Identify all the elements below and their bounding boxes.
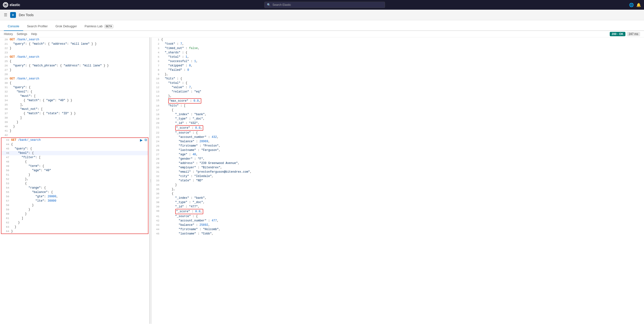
editor-line: 56 "gte": 20000, [2,194,148,199]
output-panel: 1 { 2 "took" : 7, 3 "timed_out" : false,… [152,38,644,324]
output-line: 17 { [152,108,644,112]
output-line: 40 "_score" : 0.0, [152,209,644,214]
help-link[interactable]: Help [31,32,37,36]
settings-link[interactable]: Settings [17,32,27,36]
editor-line: 53 { [2,181,148,186]
output-line: 2 "took" : 7, [152,42,644,46]
editor-line: 51 } [2,173,148,177]
editor-line: 46 "bool": { [2,151,148,155]
editor-line: 20 GET /bank/_search [0,38,150,42]
editor-line: 54 "range": { [2,186,148,190]
editor-line: 57 "lte": 30000 [2,199,148,203]
output-line: 33 "state" : "ND" [152,178,644,183]
editor-line: 24 GET /bank/_search [0,55,150,59]
devtools-bar: ☰ D Dev Tools [0,10,644,20]
editor-line: 36 "must_not": [ [0,107,150,111]
output-line: 38 "_type" : "_doc", [152,200,644,205]
top-navigation-bar: elastic 🔍 Search Elastic 🌐 🔔 [0,0,644,10]
secondary-bar: History Settings Help 200 - OK 247 ms [0,31,644,38]
editor-line: 25 { [0,59,150,64]
output-line: 36 { [152,191,644,196]
search-placeholder: Search Elastic [272,3,291,7]
output-line: 43 "balance" : 25892, [152,223,644,227]
output-line: 41 "_source" : { [152,214,644,218]
output-line: 4 "_shards" : { [152,51,644,55]
output-line: 24 "balance" : 28969, [152,139,644,144]
output-line: 35 }, [152,187,644,191]
response-time-badge: 247 ms [627,32,640,36]
output-line: 32 "city" : "Idledale", [152,174,644,178]
main-content: 20 GET /bank/_search 21 "query": { "matc… [0,38,644,324]
globe-icon[interactable]: 🌐 [629,3,634,7]
output-line: 21 "_score" : 0.0, [152,125,644,131]
output-line: 16 "hits" : [ [152,104,644,108]
editor-line: 23 [0,51,150,55]
global-search-bar[interactable]: 🔍 Search Elastic [264,2,385,8]
search-icon: 🔍 [267,3,270,7]
status-area: 200 - OK 247 ms [610,32,640,36]
editor-panel[interactable]: 20 GET /bank/_search 21 "query": { "matc… [0,38,150,324]
editor-line: 43 GET /bank/_search [2,138,148,142]
output-line: 19 "_type" : "_doc", [152,117,644,121]
output-line: 28 "gender" : "F", [152,157,644,161]
output-line: 11 "total" : { [152,81,644,85]
editor-line: 64 } [2,229,148,233]
status-code-badge: 200 - OK [610,32,626,36]
selected-query-block: ▶ ⧉ 43 GET /bank/_search 44 { 45 "query"… [1,137,148,234]
history-link[interactable]: History [4,32,13,36]
top-bar-right: 🌐 🔔 [629,3,641,7]
editor-line: 40 } [0,124,150,129]
output-line: 20 "_id" : "432", [152,121,644,125]
editor-line: 42 [0,133,150,137]
output-line: 7 "skipped" : 0, [152,64,644,68]
tab-painless-lab[interactable]: Painless Lab BETA [81,22,117,31]
output-line: 25 "firstname" : "Preston", [152,144,644,148]
bell-icon[interactable]: 🔔 [636,3,641,7]
run-query-button[interactable]: ▶ [140,138,143,142]
output-line: 15 "max_score" : 0.0, [152,98,644,104]
output-line: 6 "successful" : 1, [152,59,644,64]
editor-line: 47 "filter": [ [2,155,148,160]
output-line: 37 "_index" : "bank", [152,196,644,200]
editor-line: 61 ] [2,216,148,220]
editor-line: 30 { [0,81,150,85]
output-line: 23 "account_number" : 432, [152,135,644,139]
editor-line: 44 { [2,142,148,147]
editor-line: 45 "query": { [2,147,148,151]
tab-search-profiler[interactable]: Search Profiler [23,22,52,31]
editor-line: 48 { [2,160,148,164]
editor-line: 50 "age": "40" [2,168,148,173]
editor-line: 33 "must": [ [0,94,150,98]
highlighted-value: "_score" : 0.0, [175,209,203,214]
editor-line: 38 ] [0,116,150,120]
output-line: 13 "relation" : "eq" [152,90,644,94]
editor-line: 41 } [0,129,150,133]
copy-query-button[interactable]: ⧉ [144,138,148,142]
editor-line: 31 "query": { [0,85,150,90]
tab-console[interactable]: Console [4,22,23,31]
app-icon: D [10,12,16,18]
elastic-logo-icon [3,2,8,8]
editor-line: 58 } [2,203,148,207]
output-line: 39 "_id" : "477", [152,205,644,209]
resize-handle[interactable]: ⋮ [150,38,152,324]
editor-line: 22 } [0,46,150,51]
editor-line: 32 "bool": { [0,90,150,94]
tab-grok-debugger[interactable]: Grok Debugger [52,22,81,31]
secondary-bar-links: History Settings Help [4,32,37,36]
hamburger-menu[interactable]: ☰ [4,13,7,17]
highlighted-value: "max_score" : 0.0, [168,98,202,104]
output-line: 5 "total" : 1, [152,55,644,59]
editor-line: 55 "balance": { [2,190,148,194]
output-line: 3 "timed_out" : false, [152,46,644,51]
output-line: 9 }, [152,72,644,77]
editor-line: 49 "term": { [2,164,148,168]
editor-line: 27 } [0,68,150,72]
highlighted-value: "_score" : 0.0, [175,125,203,131]
output-line: 42 "account_number" : 477, [152,218,644,223]
elastic-logo[interactable]: elastic [3,2,20,8]
query-action-buttons: ▶ ⧉ [140,138,148,142]
beta-badge: BETA [104,25,113,28]
editor-line: 28 [0,72,150,77]
tabs-bar: Console Search Profiler Grok Debugger Pa… [0,20,644,31]
